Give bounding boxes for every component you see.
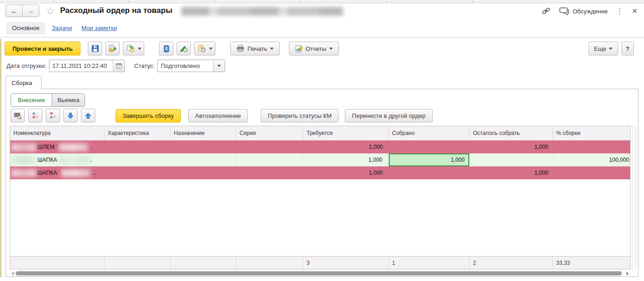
cell-percent[interactable] xyxy=(553,166,630,179)
barcode-icon xyxy=(13,112,22,120)
back-button[interactable]: ← xyxy=(6,5,23,17)
col-header-nomenclature[interactable]: Номенклатура xyxy=(10,126,104,140)
col-header-series[interactable]: Серия xyxy=(236,126,303,140)
registers-list-icon xyxy=(163,45,170,53)
item-name: ШЛЕМ ' xyxy=(37,144,57,150)
print-button[interactable]: Печать xyxy=(230,42,280,55)
status-select[interactable]: Подготовлено xyxy=(157,60,225,72)
help-button[interactable]: ? xyxy=(621,42,634,55)
autofill-button[interactable]: Автозаполнение xyxy=(188,109,248,122)
table-empty-area[interactable] xyxy=(10,179,630,256)
item-name: ШАПКА ' xyxy=(37,170,60,176)
horizontal-scrollbar-thumb[interactable] xyxy=(16,271,622,275)
cell-purpose[interactable] xyxy=(171,140,236,153)
document-number-redacted xyxy=(181,7,343,16)
cell-collected[interactable] xyxy=(389,166,470,179)
cell-remaining[interactable]: 1,000 xyxy=(470,140,553,153)
report-chart-icon xyxy=(295,45,303,53)
left-accent-strip xyxy=(0,39,1,277)
col-header-remaining[interactable]: Осталось собрать xyxy=(470,126,553,140)
cell-purpose[interactable] xyxy=(171,166,236,179)
discussion-button[interactable]: Обсуждение xyxy=(559,7,608,16)
col-header-purpose[interactable]: Назначение xyxy=(171,126,236,140)
move-down-button[interactable] xyxy=(63,109,78,122)
arrow-down-icon xyxy=(67,112,74,120)
cell-characteristic[interactable] xyxy=(104,166,171,179)
cell-required[interactable]: 1,000 xyxy=(303,140,389,153)
close-icon[interactable]: ✕ xyxy=(632,7,638,15)
calendar-icon xyxy=(116,63,122,69)
cell-characteristic[interactable] xyxy=(104,153,171,166)
cell-series[interactable] xyxy=(236,140,303,153)
check-km-statuses-button[interactable]: Проверить статусы КМ xyxy=(261,109,338,122)
segment-insertion[interactable]: Внесение xyxy=(11,94,52,106)
table-row[interactable]: ШАПКА .. 1,000 1,000 100,000 xyxy=(10,153,630,166)
cell-required[interactable]: 1,000 xyxy=(303,166,389,179)
cell-percent[interactable]: 100,000 xyxy=(553,153,630,166)
calendar-button[interactable] xyxy=(113,60,124,72)
more-label: Еще xyxy=(594,45,606,52)
reports-label: Отчеты xyxy=(306,45,326,52)
reports-button[interactable]: Отчеты xyxy=(289,42,339,55)
col-header-percent[interactable]: % сборки xyxy=(553,126,630,140)
horizontal-scrollbar[interactable] xyxy=(10,270,631,276)
table-header-row: Номенклатура Характеристика Назначение С… xyxy=(10,126,630,140)
cell-collected[interactable] xyxy=(389,140,470,153)
forward-button[interactable]: → xyxy=(22,5,39,17)
cell-series[interactable] xyxy=(236,153,303,166)
status-dropdown-button[interactable] xyxy=(213,60,225,72)
nav-item-notes[interactable]: Мои заметки xyxy=(81,22,117,34)
more-button[interactable]: Еще xyxy=(589,42,618,55)
total-collected: 1 xyxy=(389,257,470,269)
post-document-button[interactable] xyxy=(105,42,120,55)
dropdown-caret-icon xyxy=(329,48,333,50)
cell-percent[interactable] xyxy=(553,140,630,153)
background-window-sliver xyxy=(0,0,644,3)
table-row[interactable]: ШЛЕМ ' .. 1,000 1,000 xyxy=(10,140,630,153)
col-header-collected[interactable]: Собрано xyxy=(389,126,470,140)
copy-link-icon[interactable] xyxy=(541,6,551,16)
nav-item-main[interactable]: Основное xyxy=(6,22,45,34)
sort-ascending-button[interactable]: АЯ ↓ xyxy=(28,109,43,122)
finish-assembly-button[interactable]: Завершить сборку xyxy=(116,109,181,122)
transfer-to-other-order-button[interactable]: Перенести в другой ордер xyxy=(345,109,432,122)
nav-item-tasks[interactable]: Задачи xyxy=(52,22,72,34)
item-name: ШАПКА xyxy=(37,157,57,163)
ship-date-input[interactable]: 17.11.2021 10:22:40 xyxy=(49,60,125,72)
dropdown-caret-icon xyxy=(138,48,141,50)
favorite-star-icon[interactable]: ☆ xyxy=(46,5,55,17)
cell-series[interactable] xyxy=(236,166,303,179)
barcode-scan-button[interactable] xyxy=(11,109,25,122)
scroll-left-arrow-icon[interactable] xyxy=(12,272,14,275)
header-divider xyxy=(0,37,644,37)
col-header-required[interactable]: Требуется xyxy=(303,126,389,140)
cell-remaining[interactable]: 1,000 xyxy=(470,166,553,179)
cell-characteristic[interactable] xyxy=(104,140,171,153)
cell-purpose[interactable] xyxy=(171,153,236,166)
move-up-button[interactable] xyxy=(81,109,95,122)
assembly-toolbar: АЯ ↓ ЯА ↓ Завершить сборку Автозаполнени… xyxy=(11,109,433,122)
mode-segmented-control: Внесение Выемка xyxy=(11,93,85,107)
table-row[interactable]: ШАПКА ' ... 1,000 1,000 xyxy=(10,166,630,179)
post-and-close-button[interactable]: Провести и закрыть xyxy=(5,42,80,55)
col-header-characteristic[interactable]: Характеристика xyxy=(104,126,171,140)
total-remaining: 2 xyxy=(470,257,553,269)
segment-removal[interactable]: Выемка xyxy=(52,94,85,106)
tab-assembly[interactable]: Сборка xyxy=(6,76,42,89)
save-button[interactable] xyxy=(88,42,102,55)
cell-remaining[interactable] xyxy=(470,153,553,166)
vertical-scrollbar[interactable] xyxy=(632,126,636,271)
forward-arrow-icon: → xyxy=(27,7,35,15)
edit-schedule-button[interactable] xyxy=(177,42,191,55)
selected-cell[interactable]: 1,000 xyxy=(389,153,469,166)
document-movements-button[interactable] xyxy=(159,42,173,55)
cell-collected-selected[interactable]: 1,000 xyxy=(389,153,470,166)
scroll-right-arrow-icon[interactable] xyxy=(626,272,629,275)
scheduled-document-button[interactable] xyxy=(194,42,215,55)
sort-descending-button[interactable]: ЯА ↓ xyxy=(46,109,60,122)
redacted-name xyxy=(59,143,88,151)
create-based-on-button[interactable] xyxy=(123,42,144,55)
cell-required[interactable]: 1,000 xyxy=(303,153,389,166)
more-menu-icon[interactable]: ⋮ xyxy=(616,7,623,16)
ship-date-value[interactable]: 17.11.2021 10:22:40 xyxy=(49,62,113,69)
